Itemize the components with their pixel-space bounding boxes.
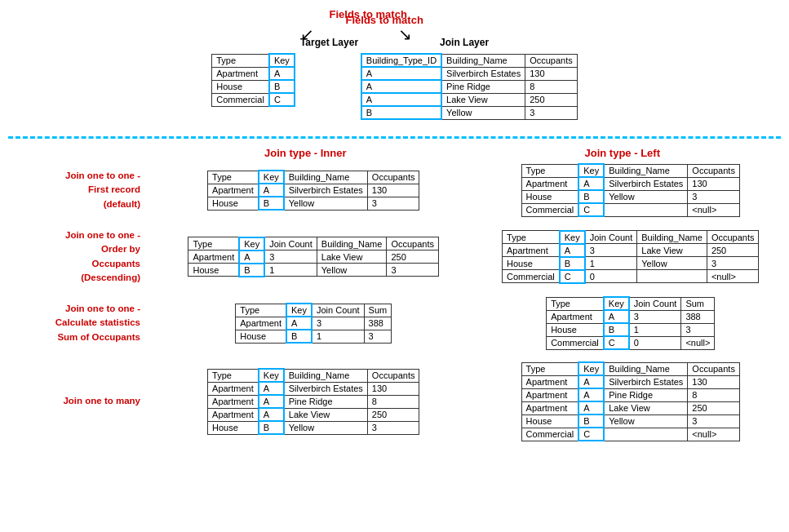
- arrow-left: ↙: [300, 24, 314, 44]
- table-row: ApartmentALake View250: [208, 408, 419, 421]
- dashed-divider: [8, 136, 781, 139]
- table-row: HouseB13: [547, 323, 715, 336]
- table-row: ApartmentALake View250: [521, 401, 739, 415]
- table-row: HouseB13: [236, 330, 392, 343]
- table-row: HouseBYellow3: [521, 190, 739, 203]
- fields-to-match: Fields to match: [329, 8, 406, 20]
- table-row: ApartmentA3Lake View250: [503, 244, 759, 257]
- left-table-0: TypeKeyBuilding_NameOccupantsApartmentAS…: [481, 163, 782, 217]
- join-layer-label: Join Layer: [440, 37, 489, 48]
- arrow-right: ↘: [398, 24, 412, 44]
- left-table-3: TypeKeyBuilding_NameOccupantsApartmentAS…: [481, 361, 782, 441]
- join-type-inner-header: Join type - Inner: [147, 147, 464, 159]
- table-row: ApartmentASilverbirch Estates130: [521, 177, 739, 190]
- inner-table-2: TypeKeyJoin CountSumApartmentA3388HouseB…: [163, 303, 464, 344]
- left-table-1: TypeKeyJoin CountBuilding_NameOccupantsA…: [481, 230, 782, 284]
- table-row: ApartmentAPine Ridge8: [208, 395, 419, 408]
- table-row: HouseBYellow3: [208, 197, 419, 210]
- table-row: ApartmentAPine Ridge8: [521, 388, 739, 401]
- row-label-0: Join one to one -First record(default): [12, 169, 147, 211]
- table-row: HouseBYellow3: [208, 421, 419, 434]
- table-row: ApartmentASilverbirch Estates130: [521, 375, 739, 388]
- table-row: CommercialC0<null>: [503, 270, 759, 283]
- table-row: CommercialC0<null>: [547, 336, 715, 349]
- row-label-3: Join one to many: [12, 394, 147, 408]
- inner-table-1: TypeKeyJoin CountBuilding_NameOccupantsA…: [163, 237, 464, 277]
- table-row: ApartmentASilverbirch Estates130: [208, 382, 419, 395]
- table-row: HouseBYellow3: [521, 415, 739, 428]
- table-row: ApartmentASilverbirch Estates130: [208, 184, 419, 197]
- left-table-2: TypeKeyJoin CountSumApartmentA3388HouseB…: [481, 296, 782, 350]
- table-row: CommercialC<null>: [521, 428, 739, 441]
- table-row: HouseB1Yellow3: [503, 257, 759, 270]
- join-table: Building_Type_ID Building_Name Occupants…: [361, 53, 578, 120]
- table-row: ApartmentA3388: [236, 317, 392, 330]
- row-label-1: Join one to one -Order byOccupants(Desce…: [12, 228, 147, 285]
- inner-table-3: TypeKeyBuilding_NameOccupantsApartmentAS…: [163, 368, 464, 435]
- target-table: Type Key Apartment A House B Commercial …: [211, 53, 295, 107]
- row-label-2: Join one to one -Calculate statisticsSum…: [12, 302, 147, 344]
- table-row: ApartmentA3388: [547, 310, 715, 323]
- inner-table-0: TypeKeyBuilding_NameOccupantsApartmentAS…: [163, 170, 464, 211]
- join-type-left-header: Join type - Left: [464, 147, 782, 159]
- table-row: HouseB1Yellow3: [188, 264, 439, 277]
- table-row: CommercialC<null>: [521, 203, 739, 216]
- table-row: ApartmentA3Lake View250: [188, 250, 439, 264]
